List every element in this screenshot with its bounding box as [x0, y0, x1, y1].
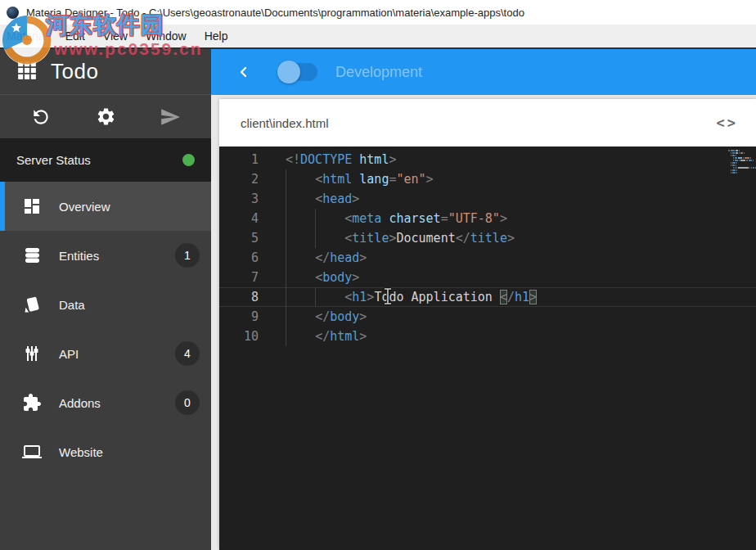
api-count-badge: 4 [175, 341, 200, 366]
content-area: Development client\index.html <> 1<!DOCT… [211, 49, 756, 550]
sidebar-header: Todo [0, 49, 211, 95]
code-line[interactable]: 5 <title>Document</title> [219, 228, 756, 248]
editor-workspace: client\index.html <> 1<!DOCTYPE html>2 <… [211, 95, 756, 550]
code-line[interactable]: 3 <head> [219, 189, 756, 209]
main-area: Todo Server Status [0, 47, 756, 550]
line-number: 10 [219, 327, 259, 346]
dashboard-icon [21, 196, 43, 217]
line-number: 2 [219, 169, 259, 189]
sidebar-item-label: Addons [59, 396, 101, 410]
chevron-left-icon[interactable] [237, 62, 252, 82]
file-path: client\index.html [241, 116, 329, 130]
sidebar-item-label: Data [59, 298, 85, 312]
mode-label: Development [335, 64, 422, 81]
refresh-icon[interactable] [29, 106, 52, 128]
menu-item-edit[interactable]: Edit [56, 29, 94, 43]
sidebar-item-api[interactable]: API 4 [0, 329, 211, 378]
line-number: 3 [219, 189, 259, 209]
line-number: 1 [219, 150, 259, 169]
code-editor[interactable]: 1<!DOCTYPE html>2 <html lang="en">3 <hea… [219, 147, 756, 550]
menu-item-materia[interactable]: Materia [7, 29, 56, 43]
puzzle-icon [21, 392, 43, 413]
code-line[interactable]: 7 <body> [219, 268, 756, 287]
apps-grid-icon [16, 60, 38, 84]
app-title: Todo [51, 59, 98, 84]
editor-header: client\index.html <> [219, 99, 756, 147]
ibeam-mouse-cursor [383, 287, 393, 311]
menu-bar: Materia Edit View Window Help [0, 25, 756, 47]
minimap[interactable] [728, 150, 754, 174]
menu-item-window[interactable]: Window [137, 29, 196, 43]
line-number: 6 [219, 248, 259, 268]
mode-toggle-knob [277, 61, 300, 83]
sliders-icon [21, 343, 43, 364]
database-icon [21, 245, 43, 266]
entities-count-badge: 1 [175, 243, 200, 268]
sidebar-toolbar [0, 95, 211, 138]
code-line[interactable]: 9 </body> [219, 307, 756, 327]
sidebar-item-label: Website [59, 445, 103, 459]
editor-card: client\index.html <> 1<!DOCTYPE html>2 <… [219, 99, 756, 550]
send-icon[interactable] [159, 106, 182, 128]
line-number: 5 [219, 228, 259, 248]
code-line[interactable]: 4 <meta charset="UTF-8"> [219, 209, 756, 228]
laptop-icon [21, 441, 43, 462]
addons-count-badge: 0 [175, 390, 200, 415]
sidebar-item-label: API [59, 347, 79, 361]
window-title: Materia Designer - Todo - C:\Users\geoas… [26, 7, 524, 19]
mode-header-bar: Development [211, 49, 756, 95]
server-status-label: Server Status [16, 153, 91, 167]
sidebar-item-addons[interactable]: Addons 0 [0, 378, 211, 427]
sidebar-item-overview[interactable]: Overview [0, 182, 211, 231]
sidebar-item-entities[interactable]: Entities 1 [0, 231, 211, 280]
sidebar-item-data[interactable]: Data [0, 280, 211, 329]
server-status-indicator [182, 154, 195, 166]
app-icon [7, 7, 19, 19]
code-line[interactable]: 1<!DOCTYPE html> [219, 150, 756, 169]
menu-item-view[interactable]: View [94, 29, 137, 43]
sidebar: Todo Server Status [0, 49, 211, 550]
title-bar: Materia Designer - Todo - C:\Users\geoas… [0, 0, 756, 25]
code-line[interactable]: 2 <html lang="en"> [219, 169, 756, 189]
line-number: 9 [219, 307, 259, 327]
mode-toggle[interactable] [280, 63, 317, 81]
line-number: 8 [219, 287, 259, 307]
data-card-icon [21, 294, 43, 315]
server-status-row: Server Status [0, 138, 211, 182]
menu-item-help[interactable]: Help [196, 29, 237, 43]
line-number: 7 [219, 268, 259, 287]
sidebar-item-label: Overview [59, 200, 110, 214]
sidebar-item-website[interactable]: Website [0, 427, 211, 476]
code-brackets-icon[interactable]: <> [717, 115, 738, 131]
sidebar-item-label: Entities [59, 249, 99, 263]
code-line[interactable]: 6 </head> [219, 248, 756, 268]
code-line[interactable]: 8 <h1>Todo Application </h1> [219, 287, 756, 307]
sidebar-nav: Overview Entities 1 [0, 182, 211, 550]
code-line[interactable]: 10 </html> [219, 327, 756, 346]
settings-gear-icon[interactable] [94, 106, 117, 128]
code-lines: 1<!DOCTYPE html>2 <html lang="en">3 <hea… [219, 150, 756, 346]
line-number: 4 [219, 209, 259, 228]
